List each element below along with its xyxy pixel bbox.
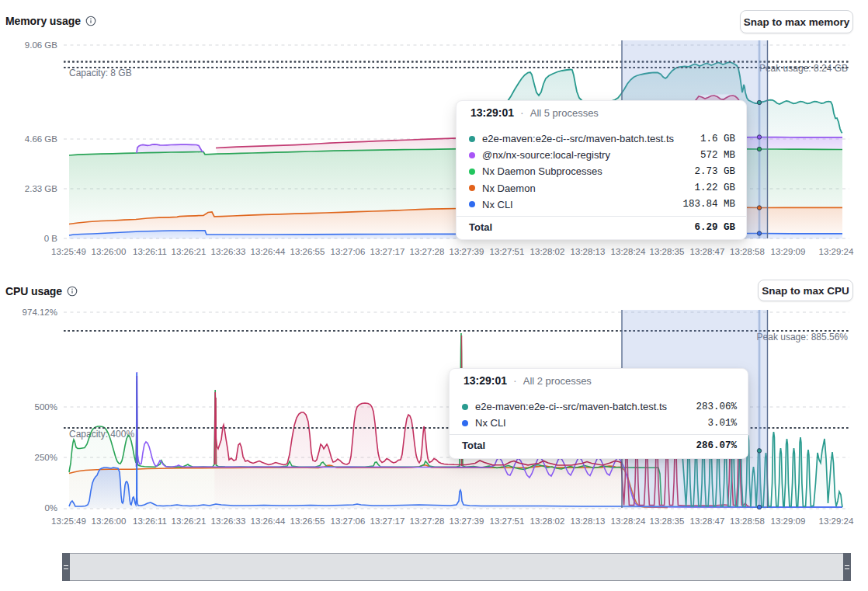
svg-text:13:26:44: 13:26:44 (251, 247, 286, 256)
svg-text:13:27:28: 13:27:28 (410, 247, 445, 256)
svg-text:13:27:51: 13:27:51 (490, 247, 525, 256)
svg-text:13:28:35: 13:28:35 (650, 516, 685, 526)
svg-text:13:25:49: 13:25:49 (51, 247, 86, 256)
svg-text:13:26:44: 13:26:44 (251, 516, 286, 526)
svg-text:13:26:21: 13:26:21 (172, 516, 207, 526)
svg-text:13:28:24: 13:28:24 (611, 516, 646, 526)
svg-text:13:28:47: 13:28:47 (690, 247, 725, 256)
svg-text:13:25:49: 13:25:49 (51, 516, 86, 526)
svg-text:13:26:00: 13:26:00 (92, 516, 127, 526)
svg-text:4.66 GB: 4.66 GB (25, 134, 58, 144)
svg-text:13:29:24: 13:29:24 (819, 516, 854, 526)
svg-text:13:27:39: 13:27:39 (450, 247, 484, 256)
svg-text:13:26:00: 13:26:00 (92, 247, 127, 256)
svg-text:13:28:47: 13:28:47 (690, 516, 725, 526)
svg-text:13:28:13: 13:28:13 (571, 247, 606, 256)
svg-text:Capacity: 8 GB: Capacity: 8 GB (69, 68, 132, 78)
svg-text:13:28:13: 13:28:13 (571, 516, 606, 526)
svg-text:13:26:55: 13:26:55 (290, 516, 325, 526)
svg-text:13:28:24: 13:28:24 (611, 247, 646, 256)
svg-text:13:28:02: 13:28:02 (530, 516, 565, 526)
svg-text:13:29:24: 13:29:24 (819, 247, 854, 256)
svg-text:974.12%: 974.12% (23, 308, 57, 317)
svg-text:9.06 GB: 9.06 GB (25, 40, 58, 50)
svg-text:13:27:06: 13:27:06 (331, 516, 366, 526)
svg-text:0%: 0% (44, 503, 57, 513)
svg-text:13:28:02: 13:28:02 (530, 247, 565, 256)
svg-text:13:26:21: 13:26:21 (172, 247, 207, 256)
svg-text:13:28:58: 13:28:58 (730, 516, 765, 526)
svg-text:13:29:09: 13:29:09 (771, 516, 806, 526)
svg-text:0 B: 0 B (44, 234, 58, 243)
svg-text:13:28:35: 13:28:35 (650, 247, 685, 256)
svg-text:13:29:09: 13:29:09 (771, 247, 806, 256)
svg-text:250%: 250% (35, 453, 57, 462)
svg-text:13:27:17: 13:27:17 (370, 516, 405, 526)
svg-text:13:26:11: 13:26:11 (133, 516, 167, 526)
svg-text:13:28:58: 13:28:58 (730, 247, 765, 256)
svg-text:13:26:33: 13:26:33 (211, 247, 246, 256)
svg-text:13:27:06: 13:27:06 (331, 247, 366, 256)
svg-text:13:26:33: 13:26:33 (211, 516, 246, 526)
svg-text:2.33 GB: 2.33 GB (25, 184, 58, 193)
svg-text:Peak usage: 885.56%: Peak usage: 885.56% (757, 332, 849, 342)
svg-text:13:27:28: 13:27:28 (410, 516, 445, 526)
svg-text:13:27:17: 13:27:17 (370, 247, 405, 256)
svg-text:500%: 500% (35, 402, 57, 412)
svg-text:13:26:11: 13:26:11 (133, 247, 167, 256)
svg-text:13:27:39: 13:27:39 (450, 516, 484, 526)
svg-text:13:26:55: 13:26:55 (290, 247, 325, 256)
svg-text:13:27:51: 13:27:51 (490, 516, 525, 526)
